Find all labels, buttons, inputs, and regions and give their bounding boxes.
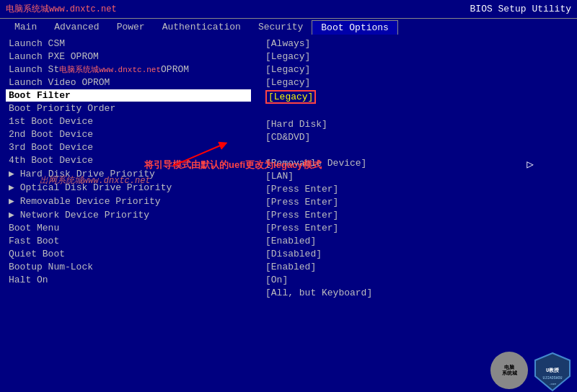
value-empty-1 <box>263 105 571 117</box>
menu-num-lock[interactable]: Bootup Num-Lock <box>6 261 251 273</box>
svg-line-1 <box>173 144 224 166</box>
right-panel: [Always] [Legacy] [Legacy] [Legacy] [Leg… <box>263 37 571 380</box>
value-press-enter-4: [Press Enter] <box>263 222 571 234</box>
value-press-enter-2: [Press Enter] <box>263 196 571 208</box>
logo-left-circle: 电脑系统城 <box>490 352 528 389</box>
value-always: [Always] <box>263 37 571 50</box>
logo-shield-container: U教授 UJIAOSHOU .COM <box>534 352 571 389</box>
value-cddvd: [CD&DVD] <box>263 131 571 143</box>
nav-power[interactable]: Power <box>108 20 154 35</box>
watermark-middle: 出网系统城www.dnxtc.net <box>40 174 151 187</box>
nav-authentication[interactable]: Authentication <box>154 20 250 35</box>
menu-1st-boot[interactable]: 1st Boot Device <box>6 115 251 128</box>
menu-removable-priority[interactable]: Removable Device Priority <box>6 195 251 208</box>
menu-quiet-boot[interactable]: Quiet Boot <box>6 248 251 260</box>
value-legacy-1: [Legacy] <box>263 50 571 63</box>
value-legacy-2: [Legacy] <box>263 63 571 76</box>
main-content: Launch CSM Launch PXE OPROM Launch St电脑系… <box>0 35 577 383</box>
value-enabled-2: [Enabled] <box>263 261 571 273</box>
nav-main[interactable]: Main <box>6 20 45 35</box>
nav-advanced[interactable]: Advanced <box>45 20 107 35</box>
legacy-box: [Legacy] <box>265 90 316 104</box>
value-legacy-highlight: [Legacy] <box>263 89 571 104</box>
value-disabled: [Disabled] <box>263 248 571 260</box>
menu-launch-csm[interactable]: Launch CSM <box>6 37 251 50</box>
value-legacy-3: [Legacy] <box>263 76 571 89</box>
svg-text:.COM: .COM <box>549 383 556 386</box>
menu-launch-pxe[interactable]: Launch PXE OPROM <box>6 50 251 63</box>
menu-boot-priority[interactable]: Boot Priority Order <box>6 102 251 115</box>
watermark-top: 电脑系统城www.dnxtc.net <box>6 3 117 15</box>
nav-boot-options[interactable]: Boot Options <box>312 20 398 35</box>
svg-text:U教授: U教授 <box>546 368 560 373</box>
menu-boot-menu[interactable]: Boot Menu <box>6 222 251 234</box>
menu-boot-filter[interactable]: Boot Filter <box>6 89 251 102</box>
menu-fast-boot[interactable]: Fast Boot <box>6 235 251 247</box>
mouse-cursor: ▷ <box>527 157 534 172</box>
value-press-enter-3: [Press Enter] <box>263 209 571 221</box>
shield-icon: U教授 UJIAOSHOU .COM <box>534 352 571 392</box>
value-hard-disk: [Hard Disk] <box>263 118 571 130</box>
bios-title: BIOS Setup Utility <box>470 4 571 14</box>
nav-security[interactable]: Security <box>250 20 312 35</box>
nav-bar: Main Advanced Power Authentication Secur… <box>0 19 577 35</box>
value-enabled-1: [Enabled] <box>263 235 571 247</box>
value-on: [On] <box>263 274 571 286</box>
left-panel: Launch CSM Launch PXE OPROM Launch St电脑系… <box>6 37 251 380</box>
value-all-keyboard: [All, but Keyboard] <box>263 287 571 299</box>
svg-text:UJIAOSHOU: UJIAOSHOU <box>542 376 562 380</box>
menu-halt-on[interactable]: Halt On <box>6 274 251 286</box>
value-lan: [LAN] <box>263 170 571 182</box>
menu-network-priority[interactable]: Network Device Priority <box>6 208 251 221</box>
menu-launch-storage[interactable]: Launch St电脑系统城www.dnxtc.netOPROM <box>6 63 251 76</box>
value-press-enter-1: [Press Enter] <box>263 183 571 195</box>
bottom-logos: 电脑系统城 U教授 UJIAOSHOU .COM <box>490 352 571 389</box>
annotation-arrow <box>166 137 252 173</box>
value-empty-2 <box>263 144 571 156</box>
menu-launch-video[interactable]: Launch Video OPROM <box>6 76 251 89</box>
top-bar: 电脑系统城www.dnxtc.net BIOS Setup Utility <box>0 0 577 19</box>
logo-left-text: 电脑系统城 <box>502 365 517 377</box>
logo-right: U教授 UJIAOSHOU .COM <box>534 352 571 389</box>
